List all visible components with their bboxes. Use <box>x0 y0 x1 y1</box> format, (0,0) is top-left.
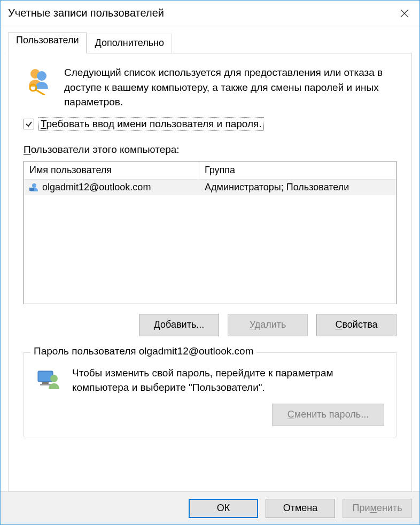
check-icon <box>25 120 33 128</box>
password-group-legend: Пароль пользователя olgadmit12@outlook.c… <box>30 345 256 357</box>
svg-point-3 <box>37 71 46 81</box>
user-list-label: Пользователи этого компьютера: <box>24 144 396 156</box>
users-key-icon <box>24 65 53 98</box>
ok-button[interactable]: ОК <box>189 499 258 518</box>
svg-rect-10 <box>40 384 51 385</box>
user-monitor-icon <box>36 366 61 394</box>
listview-header: Имя пользователя Группа <box>24 161 396 180</box>
user-listview[interactable]: Имя пользователя Группа olgadmit12@outlo… <box>24 161 396 304</box>
tab-users[interactable]: Пользователи <box>8 32 87 53</box>
tabstrip: Пользователи Дополнительно <box>8 32 412 53</box>
svg-point-6 <box>32 183 36 188</box>
password-groupbox: Пароль пользователя olgadmit12@outlook.c… <box>24 352 396 437</box>
close-icon <box>400 9 409 18</box>
remove-button: Удалить <box>228 314 308 336</box>
col-username[interactable]: Имя пользователя <box>24 161 199 179</box>
add-button[interactable]: Добавить... <box>139 314 219 336</box>
apply-button: Применить <box>343 499 412 518</box>
password-help-text: Чтобы изменить свой пароль, перейдите к … <box>72 366 384 395</box>
close-button[interactable] <box>390 1 419 26</box>
tab-advanced[interactable]: Дополнительно <box>87 34 172 53</box>
tab-panel-users: Следующий список используется для предос… <box>8 53 412 491</box>
svg-point-11 <box>50 375 58 382</box>
user-icon <box>29 182 39 192</box>
row-username: olgadmit12@outlook.com <box>42 182 151 193</box>
change-password-button: Сменить пароль... <box>272 404 384 426</box>
require-login-checkbox[interactable] <box>24 119 34 129</box>
svg-rect-7 <box>29 188 34 191</box>
col-group[interactable]: Группа <box>199 161 396 179</box>
dialog-footer: ОК Отмена Применить <box>1 491 419 524</box>
table-row[interactable]: olgadmit12@outlook.com Администраторы; П… <box>24 180 396 195</box>
intro-text: Следующий список используется для предос… <box>64 65 396 110</box>
window-title: Учетные записи пользователей <box>8 7 164 19</box>
require-login-label: Требовать ввод имени пользователя и паро… <box>40 118 263 130</box>
svg-line-5 <box>36 90 45 95</box>
titlebar: Учетные записи пользователей <box>1 1 419 26</box>
properties-button[interactable]: Свойства <box>316 314 396 336</box>
cancel-button[interactable]: Отмена <box>266 499 335 518</box>
row-group: Администраторы; Пользователи <box>199 180 396 195</box>
svg-rect-9 <box>42 382 49 384</box>
